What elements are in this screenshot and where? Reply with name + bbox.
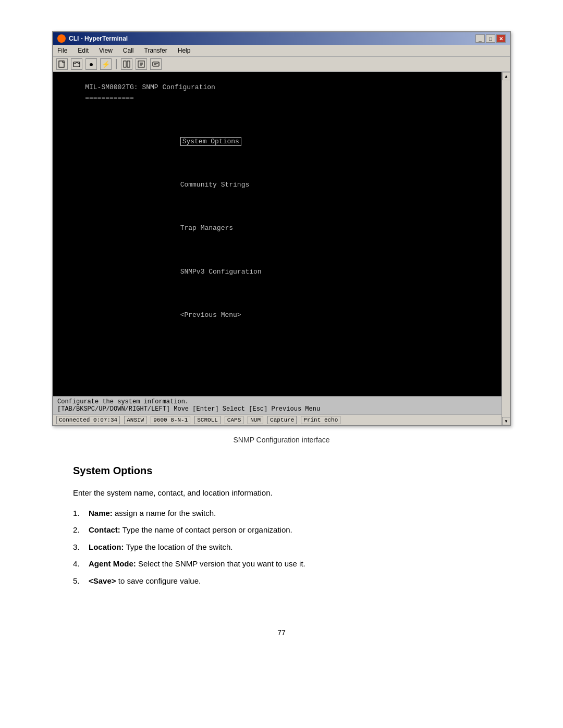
properties-icon[interactable] [150,58,162,70]
terminal-status-bar: Connected 0:07:34 ANSIW 9600 8-N-1 SCROL… [53,414,501,425]
terminal-menu-community-strings[interactable]: Community Strings [69,169,486,201]
list-num-1: 1. [73,508,80,520]
list-bold-2: Contact: [89,525,120,534]
menu-bar: File Edit View Call Transfer Help [53,45,510,57]
terminal-header-line2: ============ [69,93,486,104]
system-options-section: System Options Enter the system name, co… [42,465,521,587]
list-item-3: 3. Location: Type the location of the sw… [73,541,490,553]
terminal-content: MIL-SM8002TG: SNMP Configuration =======… [69,82,486,386]
scroll-up-button[interactable]: ▲ [502,72,510,80]
send-icon[interactable] [121,58,132,70]
terminal-menu-trap-managers[interactable]: Trap Managers [69,213,486,245]
terminal-blank8 [69,342,486,353]
list-text-3: Type the location of the switch. [124,542,233,551]
window-title: CLI - HyperTerminal [69,35,128,42]
list-num-5: 5. [73,575,80,587]
terminal-config-message: Configurate the system information. [57,398,497,405]
maximize-button[interactable]: □ [486,34,495,43]
terminal-blank5 [69,245,486,256]
caption: SNMP Configuration interface [42,436,521,444]
connect-icon[interactable]: ● [85,58,97,70]
list-bold-4: Agent Mode: [89,559,136,568]
menu-file[interactable]: File [55,46,69,55]
status-connected: Connected 0:07:34 [56,416,120,424]
scrollbar-right[interactable]: ▲ ▼ [501,72,510,425]
menu-call[interactable]: Call [121,46,136,55]
status-ansiw: ANSIW [124,416,146,424]
svg-rect-8 [153,62,159,66]
terminal-blank1 [69,104,486,115]
list-bold-3: Location: [89,542,124,551]
terminal-main: MIL-SM8002TG: SNMP Configuration =======… [53,72,501,425]
menu-edit[interactable]: Edit [76,46,91,55]
title-bar-left: CLI - HyperTerminal [57,34,128,43]
menu-item-community-strings[interactable]: Community Strings [180,181,250,189]
terminal-blank9 [69,353,486,364]
list-text-5: to save configure value. [116,576,201,585]
toolbar-separator [116,59,117,69]
new-icon[interactable] [56,58,68,70]
status-caps: CAPS [225,416,243,424]
status-capture: Capture [267,416,297,424]
list-num-3: 3. [73,541,80,553]
terminal-blank2 [69,115,486,126]
list-bold-5: <Save> [89,576,116,585]
section-intro: Enter the system name, contact, and loca… [73,487,490,499]
page-number: 77 [42,628,521,637]
terminal-header-line1: MIL-SM8002TG: SNMP Configuration [69,82,486,93]
status-scroll: SCROLL [194,416,221,424]
terminal-menu-system-options[interactable]: System Options [69,126,486,158]
status-baud: 9600 8-N-1 [151,416,190,424]
terminal-blank3 [69,158,486,169]
receive-icon[interactable] [136,58,147,70]
list-item-2: 2. Contact: Type the name of contact per… [73,524,490,536]
menu-item-trap-managers[interactable]: Trap Managers [180,224,233,232]
toolbar: ● ⚡ [53,57,510,72]
list-text-1: assign a name for the switch. [113,509,216,517]
status-num: NUM [248,416,263,424]
app-icon [57,34,66,43]
terminal-area: MIL-SM8002TG: SNMP Configuration =======… [53,72,501,396]
terminal-blank10 [69,364,486,375]
terminal-wrapper: MIL-SM8002TG: SNMP Configuration =======… [53,72,510,425]
terminal-bottom-bar: Configurate the system information. [TAB… [53,396,501,414]
disconnect-icon[interactable]: ⚡ [100,58,112,70]
terminal-status-line: [TAB/BKSPC/UP/DOWN/RIGHT/LEFT] Move [Ent… [57,405,497,413]
list-item-5: 5. <Save> to save configure value. [73,575,490,587]
terminal-blank4 [69,202,486,213]
menu-item-snmpv3[interactable]: SNMPv3 Configuration [180,268,262,276]
status-print-echo: Print echo [301,416,340,424]
terminal-blank7 [69,331,486,342]
hyperterminal-window: CLI - HyperTerminal _ □ ✕ File Edit View… [52,31,511,426]
list-bold-1: Name: [89,509,113,517]
section-title: System Options [73,465,490,477]
list-items: 1. Name: assign a name for the switch. 2… [73,508,490,587]
list-num-2: 2. [73,524,80,536]
svg-rect-0 [59,61,64,67]
menu-item-system-options[interactable]: System Options [180,137,241,146]
list-text-4: Select the SNMP version that you want to… [136,559,305,568]
list-item-1: 1. Name: assign a name for the switch. [73,508,490,520]
terminal-blank11 [69,375,486,386]
svg-rect-2 [124,61,126,67]
close-button[interactable]: ✕ [496,34,506,43]
terminal-menu-snmpv3[interactable]: SNMPv3 Configuration [69,256,486,288]
terminal-blank6 [69,288,486,299]
scroll-down-button[interactable]: ▼ [502,417,510,425]
menu-view[interactable]: View [97,46,115,55]
menu-item-previous-menu[interactable]: <Previous Menu> [180,311,241,319]
list-item-4: 4. Agent Mode: Select the SNMP version t… [73,558,490,570]
title-bar: CLI - HyperTerminal _ □ ✕ [53,32,510,45]
minimize-button[interactable]: _ [475,34,485,43]
list-num-4: 4. [73,558,80,570]
list-text-2: Type the name of contact person or organ… [120,525,292,534]
open-icon[interactable] [71,58,82,70]
svg-rect-3 [127,61,130,67]
menu-help[interactable]: Help [176,46,193,55]
terminal-menu-previous[interactable]: <Previous Menu> [69,299,486,331]
title-bar-controls: _ □ ✕ [475,34,506,43]
menu-transfer[interactable]: Transfer [142,46,169,55]
scroll-track [502,80,510,417]
